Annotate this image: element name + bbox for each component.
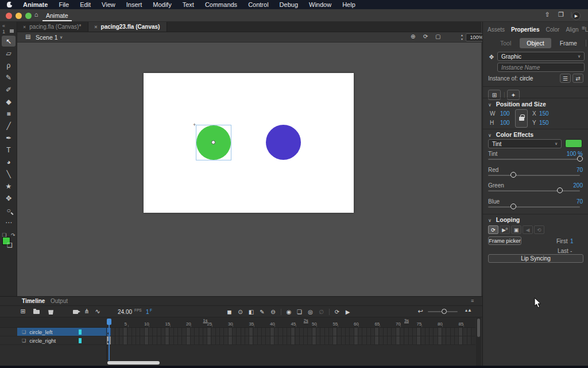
frame-cell[interactable] <box>342 328 346 336</box>
frame-cell[interactable] <box>254 328 258 336</box>
more-tools[interactable]: ⋯ <box>2 217 16 228</box>
frame-cell[interactable] <box>266 336 270 344</box>
frame-cell[interactable] <box>430 336 434 344</box>
frame-cell[interactable] <box>329 328 333 336</box>
frame-cell[interactable] <box>342 336 346 344</box>
frame-cell[interactable] <box>417 336 421 344</box>
center-stage-icon[interactable]: ⊕ <box>411 33 415 40</box>
fx-slider-knob[interactable] <box>510 204 516 209</box>
horizontal-scrollbar[interactable] <box>55 360 475 366</box>
frame-cell[interactable] <box>111 336 115 344</box>
frame-cell[interactable] <box>274 328 278 336</box>
frame-cell[interactable] <box>258 328 262 336</box>
frame-cell[interactable] <box>333 336 337 344</box>
frame-cell[interactable] <box>388 328 392 336</box>
frame-cell[interactable] <box>229 336 233 344</box>
frame-cell[interactable] <box>237 336 241 344</box>
frame-cell[interactable] <box>409 336 413 344</box>
fx-slider-knob[interactable] <box>557 187 563 193</box>
step-down-icon[interactable]: ▼ <box>461 37 463 41</box>
frame-cell[interactable] <box>237 328 241 336</box>
frame-cell[interactable] <box>140 336 144 344</box>
symbol-button[interactable]: ✦ <box>507 90 520 100</box>
frame-cell[interactable] <box>287 336 291 344</box>
properties-subtab[interactable]: Object <box>520 38 551 48</box>
properties-subtab[interactable]: Frame <box>560 40 577 47</box>
frame-cell[interactable] <box>283 328 287 336</box>
frame-cell[interactable] <box>413 336 417 344</box>
frame-cell[interactable] <box>258 336 262 344</box>
frame-cell[interactable] <box>254 336 258 344</box>
frame-cell[interactable] <box>145 336 149 344</box>
frame-cell[interactable] <box>161 328 165 336</box>
frame-cell[interactable] <box>153 336 157 344</box>
fit-timeline-icon[interactable]: ▴▲ <box>464 308 473 313</box>
minimize-window-button[interactable] <box>16 13 22 19</box>
document-tab[interactable]: × pacing23.fla (Canvas) <box>88 22 167 32</box>
frame-cell[interactable] <box>241 336 245 344</box>
frame-cell[interactable] <box>224 336 228 344</box>
single-frame-button[interactable]: ▣ <box>511 225 521 234</box>
frame-cell[interactable] <box>308 336 312 344</box>
eyedropper-tool[interactable]: ╲ <box>2 168 16 179</box>
stage-canvas[interactable]: + <box>144 73 354 213</box>
frame-cell[interactable] <box>300 328 304 336</box>
frame-cell[interactable] <box>358 328 362 336</box>
reset-timeline-zoom-button[interactable]: ↩ <box>416 308 425 315</box>
frame-cell[interactable] <box>212 336 216 344</box>
fx-slider-track[interactable] <box>488 159 580 160</box>
classic-brush-tool[interactable]: ✐ <box>2 84 16 95</box>
frame-cell[interactable] <box>367 328 371 336</box>
frame-cell[interactable] <box>182 336 186 344</box>
insert-frame-button[interactable]: ◧ <box>247 309 256 315</box>
frame-picker-button[interactable]: Frame picker <box>488 236 521 245</box>
frame-cell[interactable] <box>140 328 144 336</box>
frame-cell[interactable] <box>329 336 333 344</box>
panel-tab[interactable]: Color <box>546 26 559 33</box>
menu-item[interactable]: Window <box>309 1 331 8</box>
hand-tool[interactable]: ✥ <box>2 193 16 204</box>
frame-cell[interactable] <box>278 328 283 336</box>
fluid-brush-tool[interactable]: ✎ <box>2 72 16 83</box>
symbol-behavior-select[interactable]: Graphic ∨ <box>497 52 585 61</box>
frame-cell[interactable] <box>442 328 446 336</box>
frame-cell[interactable] <box>115 328 119 336</box>
frame-cell[interactable] <box>157 328 161 336</box>
test-movie-button[interactable]: ▶ <box>572 12 581 20</box>
vertical-scrollbar-thumb[interactable] <box>477 319 480 337</box>
document-tab[interactable]: × pacing.fla (Canvas)* <box>17 22 88 32</box>
timeline-zoom-slider[interactable] <box>428 311 458 312</box>
frame-cell[interactable] <box>191 336 195 344</box>
rectangle-tool[interactable]: ■ <box>2 108 16 119</box>
frame-cell[interactable] <box>442 336 446 344</box>
menu-item[interactable]: Animate <box>23 1 48 8</box>
frame-cell[interactable] <box>380 336 384 344</box>
insert-blank-keyframe-button[interactable]: ⊙ <box>236 309 245 315</box>
frame-cell[interactable] <box>362 336 366 344</box>
frame-cell[interactable] <box>400 328 404 336</box>
insert-keyframe-button[interactable]: ◼ <box>225 309 234 315</box>
frame-cell[interactable] <box>195 328 199 336</box>
redo-icon[interactable]: ↷ <box>11 232 16 238</box>
frame-cell[interactable] <box>434 336 438 344</box>
menu-item[interactable]: Insert <box>126 1 142 8</box>
frame-cell[interactable] <box>308 328 312 336</box>
panel-tab[interactable]: Assets <box>488 26 505 33</box>
frame-cell[interactable] <box>346 336 350 344</box>
frame-cell[interactable] <box>312 336 316 344</box>
auto-keyframe-button[interactable]: ✎ <box>258 309 266 315</box>
frame-cell[interactable] <box>388 336 392 344</box>
frame-cell[interactable] <box>203 336 207 344</box>
workspace-icon[interactable]: ❐ <box>556 11 566 18</box>
frame-cell[interactable] <box>320 328 324 336</box>
frame-cell[interactable] <box>338 336 342 344</box>
color-style-select[interactable]: Tint ∨ <box>488 139 562 148</box>
selection-tool[interactable]: ↖ <box>2 36 16 47</box>
menu-item[interactable]: Edit <box>80 1 91 8</box>
timeline-ruler[interactable]: 5101520253035404550556065707580851s2s3s <box>0 317 475 328</box>
frame-cell[interactable] <box>421 336 425 344</box>
x-value[interactable]: 150 <box>539 110 549 117</box>
frame-cell[interactable] <box>300 336 304 344</box>
frame-row-circle_left[interactable] <box>0 328 475 336</box>
frame-cell[interactable] <box>291 328 295 336</box>
